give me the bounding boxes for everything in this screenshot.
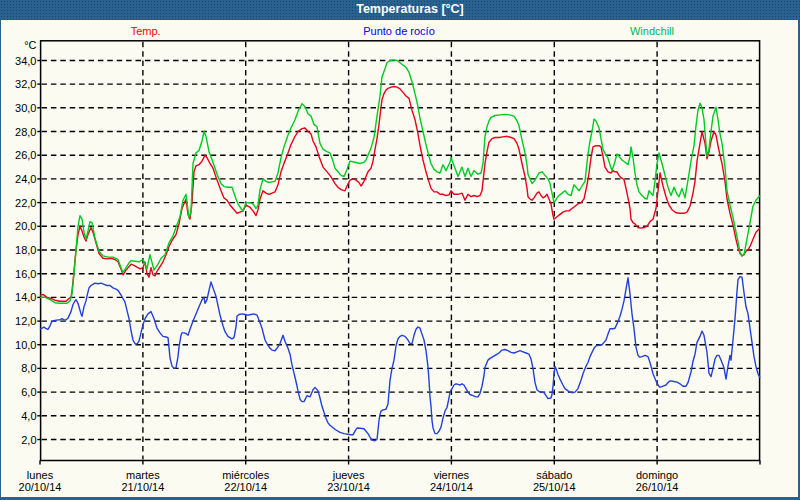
svg-text:10,0: 10,0	[15, 339, 36, 351]
svg-text:domingo: domingo	[636, 469, 678, 481]
svg-text:8,0: 8,0	[21, 362, 36, 374]
svg-text:18,0: 18,0	[15, 244, 36, 256]
svg-text:21/10/14: 21/10/14	[121, 481, 164, 493]
svg-text:28,0: 28,0	[15, 126, 36, 138]
svg-text:22/10/14: 22/10/14	[224, 481, 267, 493]
svg-text:jueves: jueves	[332, 469, 365, 481]
svg-text:25/10/14: 25/10/14	[533, 481, 576, 493]
svg-text:24/10/14: 24/10/14	[430, 481, 473, 493]
svg-text:32,0: 32,0	[15, 78, 36, 90]
svg-text:20,0: 20,0	[15, 220, 36, 232]
svg-text:sábado: sábado	[536, 469, 572, 481]
svg-text:20/10/14: 20/10/14	[19, 481, 62, 493]
svg-text:23/10/14: 23/10/14	[327, 481, 370, 493]
svg-text:4,0: 4,0	[21, 410, 36, 422]
svg-text:lunes: lunes	[27, 469, 54, 481]
svg-text:34,0: 34,0	[15, 55, 36, 67]
svg-text:30,0: 30,0	[15, 102, 36, 114]
svg-text:14,0: 14,0	[15, 291, 36, 303]
svg-text:6,0: 6,0	[21, 386, 36, 398]
svg-text:2,0: 2,0	[21, 434, 36, 446]
svg-text:26,0: 26,0	[15, 149, 36, 161]
svg-text:16,0: 16,0	[15, 268, 36, 280]
svg-text:12,0: 12,0	[15, 315, 36, 327]
svg-text:viernes: viernes	[434, 469, 470, 481]
svg-text:°C: °C	[24, 39, 36, 51]
svg-text:miércoles: miércoles	[222, 469, 270, 481]
svg-text:22,0: 22,0	[15, 197, 36, 209]
svg-text:martes: martes	[126, 469, 160, 481]
svg-text:26/10/14: 26/10/14	[636, 481, 679, 493]
svg-text:24,0: 24,0	[15, 173, 36, 185]
